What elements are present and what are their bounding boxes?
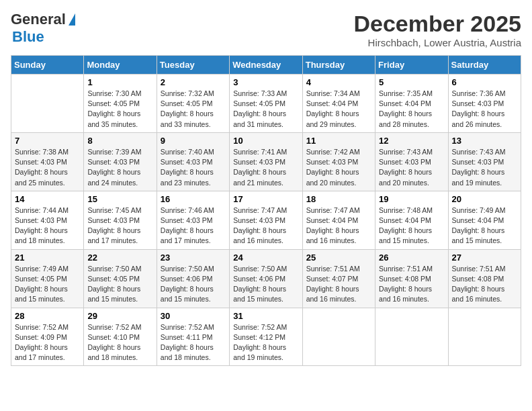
- day-info: Sunrise: 7:52 AMSunset: 4:09 PMDaylight:…: [15, 322, 80, 363]
- day-info: Sunrise: 7:52 AMSunset: 4:10 PMDaylight:…: [87, 322, 152, 363]
- weekday-sunday: Sunday: [11, 56, 84, 75]
- day-info: Sunrise: 7:51 AMSunset: 4:07 PMDaylight:…: [306, 264, 371, 305]
- day-number: 14: [15, 194, 80, 204]
- day-number: 15: [87, 194, 152, 204]
- calendar-cell: 21Sunrise: 7:49 AMSunset: 4:05 PMDayligh…: [11, 249, 84, 308]
- calendar-cell: 5Sunrise: 7:35 AMSunset: 4:04 PMDaylight…: [375, 75, 448, 133]
- day-info: Sunrise: 7:35 AMSunset: 4:04 PMDaylight:…: [379, 89, 444, 130]
- day-info: Sunrise: 7:46 AMSunset: 4:03 PMDaylight:…: [161, 205, 226, 246]
- calendar-cell: 4Sunrise: 7:34 AMSunset: 4:04 PMDaylight…: [302, 75, 375, 133]
- day-number: 9: [161, 136, 226, 146]
- day-number: 8: [87, 136, 152, 146]
- day-number: 26: [379, 253, 444, 263]
- day-info: Sunrise: 7:39 AMSunset: 4:03 PMDaylight:…: [87, 147, 152, 188]
- day-info: Sunrise: 7:52 AMSunset: 4:12 PMDaylight:…: [233, 322, 298, 363]
- calendar-header: SundayMondayTuesdayWednesdayThursdayFrid…: [11, 56, 521, 75]
- day-number: 27: [452, 253, 517, 263]
- page-header: General Blue December 2025 Hirschbach, L…: [11, 11, 521, 48]
- calendar-cell: 7Sunrise: 7:38 AMSunset: 4:03 PMDaylight…: [11, 132, 84, 191]
- day-info: Sunrise: 7:52 AMSunset: 4:11 PMDaylight:…: [161, 322, 226, 363]
- day-number: 7: [15, 136, 80, 146]
- calendar-cell: 6Sunrise: 7:36 AMSunset: 4:03 PMDaylight…: [448, 75, 521, 133]
- day-info: Sunrise: 7:40 AMSunset: 4:03 PMDaylight:…: [161, 147, 226, 188]
- week-row-3: 14Sunrise: 7:44 AMSunset: 4:03 PMDayligh…: [11, 191, 521, 249]
- day-number: 18: [306, 194, 371, 204]
- day-info: Sunrise: 7:49 AMSunset: 4:04 PMDaylight:…: [452, 205, 517, 246]
- day-number: 12: [379, 136, 444, 146]
- day-number: 21: [15, 253, 80, 263]
- calendar-cell: 24Sunrise: 7:50 AMSunset: 4:06 PMDayligh…: [230, 249, 302, 308]
- week-row-2: 7Sunrise: 7:38 AMSunset: 4:03 PMDaylight…: [11, 132, 521, 191]
- weekday-header-row: SundayMondayTuesdayWednesdayThursdayFrid…: [11, 56, 521, 75]
- calendar-cell: 23Sunrise: 7:50 AMSunset: 4:06 PMDayligh…: [157, 249, 229, 308]
- calendar-cell: 2Sunrise: 7:32 AMSunset: 4:05 PMDaylight…: [157, 75, 229, 133]
- calendar-cell: 31Sunrise: 7:52 AMSunset: 4:12 PMDayligh…: [230, 308, 302, 366]
- day-info: Sunrise: 7:47 AMSunset: 4:03 PMDaylight:…: [233, 205, 298, 246]
- weekday-monday: Monday: [84, 56, 157, 75]
- day-info: Sunrise: 7:50 AMSunset: 4:05 PMDaylight:…: [87, 264, 152, 305]
- logo-general: General: [11, 11, 66, 28]
- day-number: 13: [452, 136, 517, 146]
- day-number: 30: [161, 311, 226, 321]
- day-number: 28: [15, 311, 80, 321]
- calendar-cell: [448, 308, 521, 366]
- calendar-cell: 28Sunrise: 7:52 AMSunset: 4:09 PMDayligh…: [11, 308, 84, 366]
- calendar-cell: 11Sunrise: 7:42 AMSunset: 4:03 PMDayligh…: [302, 132, 375, 191]
- calendar-cell: 8Sunrise: 7:39 AMSunset: 4:03 PMDaylight…: [84, 132, 157, 191]
- title-block: December 2025 Hirschbach, Lower Austria,…: [353, 11, 521, 48]
- calendar-cell: 13Sunrise: 7:43 AMSunset: 4:03 PMDayligh…: [448, 132, 521, 191]
- calendar-cell: 18Sunrise: 7:47 AMSunset: 4:04 PMDayligh…: [302, 191, 375, 249]
- day-info: Sunrise: 7:43 AMSunset: 4:03 PMDaylight:…: [379, 147, 444, 188]
- calendar-cell: 27Sunrise: 7:51 AMSunset: 4:08 PMDayligh…: [448, 249, 521, 308]
- calendar-cell: 30Sunrise: 7:52 AMSunset: 4:11 PMDayligh…: [157, 308, 229, 366]
- day-info: Sunrise: 7:47 AMSunset: 4:04 PMDaylight:…: [306, 205, 371, 246]
- calendar-cell: 12Sunrise: 7:43 AMSunset: 4:03 PMDayligh…: [375, 132, 448, 191]
- logo-triangle-icon: [69, 13, 75, 26]
- day-info: Sunrise: 7:32 AMSunset: 4:05 PMDaylight:…: [161, 89, 226, 130]
- day-number: 3: [233, 77, 298, 87]
- location: Hirschbach, Lower Austria, Austria: [353, 37, 521, 48]
- day-number: 17: [233, 194, 298, 204]
- calendar-cell: [11, 75, 84, 133]
- day-number: 11: [306, 136, 371, 146]
- month-title: December 2025: [353, 11, 521, 37]
- day-number: 25: [306, 253, 371, 263]
- week-row-4: 21Sunrise: 7:49 AMSunset: 4:05 PMDayligh…: [11, 249, 521, 308]
- day-info: Sunrise: 7:50 AMSunset: 4:06 PMDaylight:…: [233, 264, 298, 305]
- day-number: 24: [233, 253, 298, 263]
- calendar-cell: 17Sunrise: 7:47 AMSunset: 4:03 PMDayligh…: [230, 191, 302, 249]
- calendar-body: 1Sunrise: 7:30 AMSunset: 4:05 PMDaylight…: [11, 75, 521, 366]
- logo-blue: Blue: [12, 28, 44, 46]
- day-info: Sunrise: 7:36 AMSunset: 4:03 PMDaylight:…: [452, 89, 517, 130]
- week-row-1: 1Sunrise: 7:30 AMSunset: 4:05 PMDaylight…: [11, 75, 521, 133]
- day-number: 19: [379, 194, 444, 204]
- calendar-cell: 9Sunrise: 7:40 AMSunset: 4:03 PMDaylight…: [157, 132, 229, 191]
- calendar-cell: 16Sunrise: 7:46 AMSunset: 4:03 PMDayligh…: [157, 191, 229, 249]
- calendar-cell: 20Sunrise: 7:49 AMSunset: 4:04 PMDayligh…: [448, 191, 521, 249]
- logo: General Blue: [11, 11, 75, 46]
- day-number: 2: [161, 77, 226, 87]
- day-number: 10: [233, 136, 298, 146]
- day-info: Sunrise: 7:42 AMSunset: 4:03 PMDaylight:…: [306, 147, 371, 188]
- calendar-cell: 19Sunrise: 7:48 AMSunset: 4:04 PMDayligh…: [375, 191, 448, 249]
- day-info: Sunrise: 7:51 AMSunset: 4:08 PMDaylight:…: [452, 264, 517, 305]
- day-info: Sunrise: 7:49 AMSunset: 4:05 PMDaylight:…: [15, 264, 80, 305]
- day-number: 6: [452, 77, 517, 87]
- calendar-cell: 22Sunrise: 7:50 AMSunset: 4:05 PMDayligh…: [84, 249, 157, 308]
- day-number: 1: [87, 77, 152, 87]
- day-info: Sunrise: 7:44 AMSunset: 4:03 PMDaylight:…: [15, 205, 80, 246]
- weekday-friday: Friday: [375, 56, 448, 75]
- day-info: Sunrise: 7:38 AMSunset: 4:03 PMDaylight:…: [15, 147, 80, 188]
- day-info: Sunrise: 7:43 AMSunset: 4:03 PMDaylight:…: [452, 147, 517, 188]
- calendar-cell: 14Sunrise: 7:44 AMSunset: 4:03 PMDayligh…: [11, 191, 84, 249]
- calendar-cell: 25Sunrise: 7:51 AMSunset: 4:07 PMDayligh…: [302, 249, 375, 308]
- calendar-cell: 1Sunrise: 7:30 AMSunset: 4:05 PMDaylight…: [84, 75, 157, 133]
- calendar-cell: 29Sunrise: 7:52 AMSunset: 4:10 PMDayligh…: [84, 308, 157, 366]
- day-number: 29: [87, 311, 152, 321]
- day-info: Sunrise: 7:51 AMSunset: 4:08 PMDaylight:…: [379, 264, 444, 305]
- calendar-cell: 26Sunrise: 7:51 AMSunset: 4:08 PMDayligh…: [375, 249, 448, 308]
- calendar-table: SundayMondayTuesdayWednesdayThursdayFrid…: [11, 55, 521, 366]
- weekday-saturday: Saturday: [448, 56, 521, 75]
- day-number: 16: [161, 194, 226, 204]
- day-number: 4: [306, 77, 371, 87]
